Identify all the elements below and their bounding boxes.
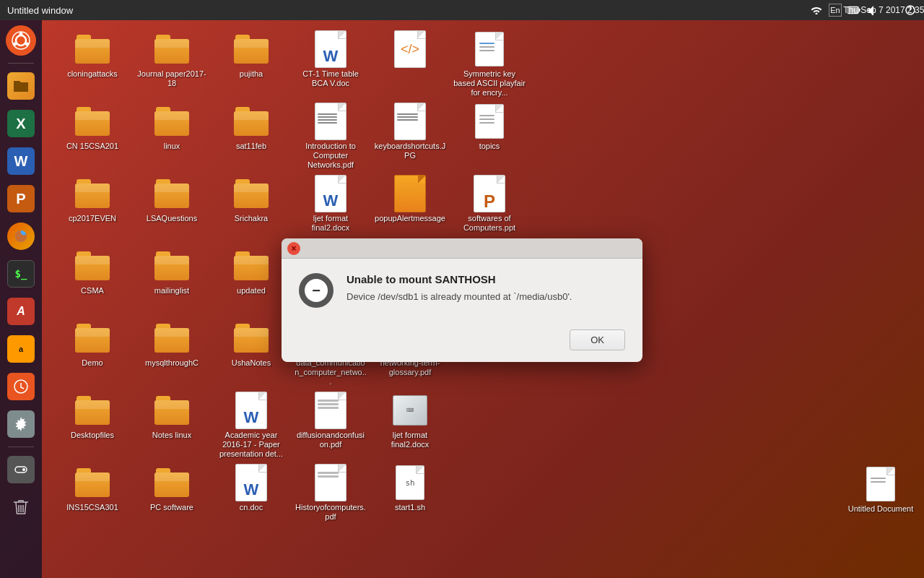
modal-dialog: × − Unable to mount SANTHOSH Device /dev… (282, 238, 642, 362)
modal-titlebar: × (282, 238, 642, 259)
modal-ok-button[interactable]: OK (570, 329, 625, 350)
modal-message: Device /dev/sdb1 is already mounted at `… (346, 291, 572, 302)
modal-close-button[interactable]: × (287, 242, 300, 255)
modal-text-area: Unable to mount SANTHOSH Device /dev/sdb… (346, 273, 572, 302)
modal-heading: Unable to mount SANTHOSH (346, 273, 572, 285)
modal-overlay: × − Unable to mount SANTHOSH Device /dev… (0, 0, 924, 578)
modal-body: − Unable to mount SANTHOSH Device /dev/s… (282, 259, 642, 322)
modal-footer: OK (282, 322, 642, 362)
modal-error-icon: − (299, 273, 334, 308)
